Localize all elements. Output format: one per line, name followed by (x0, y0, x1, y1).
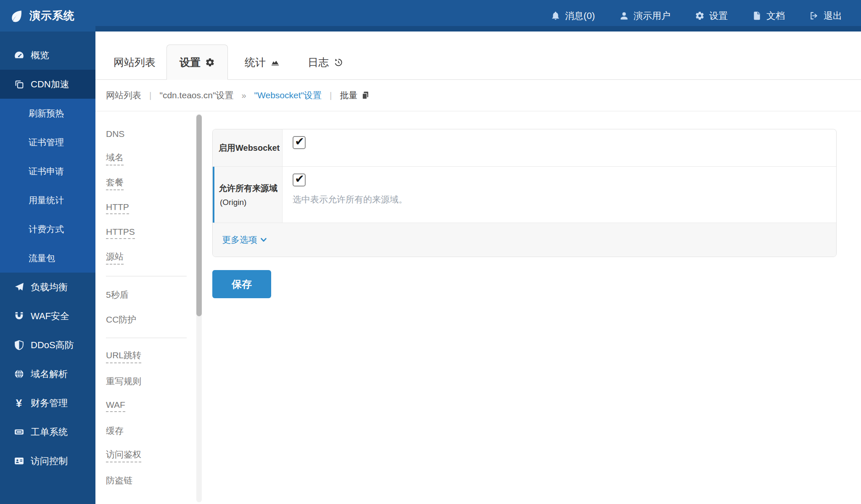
form-label-cell: 启用Websocket (213, 129, 283, 166)
settings-menu-item-http[interactable]: HTTP (106, 196, 188, 220)
gear-icon (205, 58, 215, 67)
sidebar-item-ddos[interactable]: DDoS高防 (0, 331, 95, 360)
save-button[interactable]: 保存 (212, 270, 271, 298)
sidebar-subitem-billing[interactable]: 计费方式 (0, 215, 95, 244)
form-label-cell: 允许所有来源域 (Origin) (213, 167, 283, 223)
settings-menu-item-cache[interactable]: 缓存 (106, 418, 188, 443)
sidebar-item-cdn[interactable]: CDN加速 (0, 70, 95, 99)
breadcrumb: 网站列表 | "cdn.teaos.cn"设置 » "Websocket"设置 … (95, 80, 861, 111)
user-icon (619, 11, 629, 21)
sidebar-subitem-refresh[interactable]: 刷新预热 (0, 99, 95, 128)
form-row-enable-websocket: 启用Websocket ✔ (213, 129, 836, 166)
settings-menu-item-cc[interactable]: CC防护 (106, 307, 188, 332)
sidebar-item-label: 工单系统 (31, 426, 68, 438)
allow-origins-help-text: 选中表示允许所有的来源域。 (293, 194, 836, 205)
main-content: 网站列表 设置 统计 日志 网站列表 | "cdn.teaos.cn"设置 » … (95, 32, 861, 504)
chart-area-icon (270, 58, 280, 67)
sidebar: 概览 CDN加速 刷新预热 证书管理 证书申请 用量统计 计费方式 流量包 负载… (0, 26, 95, 504)
settings-menu-item-plan[interactable]: 套餐 (106, 171, 188, 196)
topbar-messages[interactable]: 消息(0) (539, 0, 607, 32)
settings-menu-item-https[interactable]: HTTPS (106, 220, 188, 245)
sidebar-subitem-cert-apply[interactable]: 证书申请 (0, 157, 95, 186)
id-card-icon (13, 456, 25, 466)
websocket-form: 启用Websocket ✔ 允许所有来源域 (Origin) ✔ 选 (212, 129, 837, 257)
gear-icon (695, 11, 705, 21)
more-options-link[interactable]: 更多选项 (222, 234, 267, 246)
magnet-icon (13, 311, 25, 321)
globe-icon (13, 369, 25, 379)
brand[interactable]: 演示系统 (0, 8, 95, 23)
tab-statistics[interactable]: 统计 (234, 45, 291, 79)
sidebar-item-label: DDoS高防 (31, 339, 74, 352)
tab-settings[interactable]: 设置 (166, 45, 228, 80)
sign-out-icon (809, 11, 819, 21)
topbar-docs[interactable]: 文档 (740, 0, 797, 32)
check-icon: ✔ (295, 136, 304, 147)
settings-menu-item-hotlink[interactable]: 防盗链 (106, 468, 188, 493)
menu-divider (106, 276, 187, 276)
topbar-settings[interactable]: 设置 (683, 0, 740, 32)
settings-content: DNS 域名 套餐 HTTP HTTPS 源站 5秒盾 CC防护 URL跳转 重… (95, 112, 861, 504)
sidebar-subitem-traffic-pack[interactable]: 流量包 (0, 244, 95, 273)
form-value-cell: ✔ 选中表示允许所有的来源域。 (283, 167, 836, 223)
menu-scrollbar-thumb[interactable] (196, 115, 202, 316)
sidebar-item-overview[interactable]: 概览 (0, 41, 95, 70)
allow-origins-checkbox[interactable]: ✔ (293, 173, 306, 186)
bell-icon (551, 11, 560, 21)
sidebar-subitem-cert-manage[interactable]: 证书管理 (0, 128, 95, 157)
menu-scrollbar-track[interactable] (196, 114, 202, 502)
topbar-user[interactable]: 演示用户 (607, 0, 683, 32)
topbar-messages-label: 消息(0) (565, 10, 595, 22)
history-icon (333, 58, 343, 67)
tab-logs[interactable]: 日志 (297, 45, 354, 79)
settings-menu-item-origin[interactable]: 源站 (106, 245, 188, 270)
sidebar-item-access[interactable]: 访问控制 (0, 446, 95, 475)
enable-websocket-checkbox[interactable]: ✔ (293, 136, 306, 149)
sidebar-item-label: CDN加速 (31, 78, 69, 91)
breadcrumb-websocket-settings[interactable]: "Websocket"设置 (254, 89, 322, 101)
sidebar-subitem-usage[interactable]: 用量统计 (0, 186, 95, 215)
sidebar-item-finance[interactable]: ¥ 财务管理 (0, 388, 95, 417)
topbar-logout[interactable]: 退出 (797, 0, 854, 32)
settings-menu-item-5s-shield[interactable]: 5秒盾 (106, 282, 188, 307)
form-footer: 更多选项 (213, 223, 836, 257)
breadcrumb-domain-settings[interactable]: "cdn.teaos.cn"设置 (159, 89, 233, 101)
yen-icon: ¥ (13, 398, 25, 409)
settings-menu-item-domain[interactable]: 域名 (106, 146, 188, 171)
paper-plane-icon (13, 282, 25, 292)
tab-site-list[interactable]: 网站列表 (103, 45, 166, 79)
ticket-icon (13, 427, 25, 437)
topbar-logout-label: 退出 (824, 10, 842, 22)
form-value-cell: ✔ (283, 129, 836, 166)
dashboard-icon (13, 50, 25, 60)
breadcrumb-separator: | (149, 90, 151, 100)
shield-icon (13, 340, 25, 350)
breadcrumb-site-list[interactable]: 网站列表 (106, 89, 141, 101)
settings-menu-item-dns[interactable]: DNS (106, 121, 188, 146)
sidebar-item-waf[interactable]: WAF安全 (0, 302, 95, 331)
brand-label: 演示系统 (29, 8, 75, 23)
menu-divider (106, 338, 187, 338)
sidebar-item-label: 概览 (31, 49, 49, 62)
sidebar-item-load-balance[interactable]: 负载均衡 (0, 273, 95, 302)
settings-menu-item-url-redirect[interactable]: URL跳转 (106, 344, 188, 369)
sidebar-item-label: 域名解析 (31, 368, 68, 381)
settings-menu-item-auth[interactable]: 访问鉴权 (106, 443, 188, 468)
settings-menu-item-rewrite[interactable]: 重写规则 (106, 369, 188, 394)
settings-menu-item-waf[interactable]: WAF (106, 394, 188, 418)
copy-icon (361, 91, 370, 100)
breadcrumb-arrow: » (241, 91, 246, 100)
breadcrumb-batch[interactable]: 批量 (340, 89, 370, 101)
check-icon: ✔ (295, 173, 304, 184)
topbar-settings-label: 设置 (709, 10, 728, 22)
sidebar-item-tickets[interactable]: 工单系统 (0, 417, 95, 446)
leaf-icon (10, 9, 24, 23)
sidebar-item-dns[interactable]: 域名解析 (0, 360, 95, 388)
sidebar-cdn-submenu: 刷新预热 证书管理 证书申请 用量统计 计费方式 流量包 (0, 99, 95, 273)
topbar-menu: 消息(0) 演示用户 设置 文档 退出 (539, 0, 861, 32)
sidebar-item-label: 负载均衡 (31, 281, 68, 294)
sidebar-item-label: WAF安全 (31, 310, 69, 323)
tab-bar: 网站列表 设置 统计 日志 (95, 32, 861, 80)
document-icon (752, 11, 762, 21)
topbar-user-label: 演示用户 (634, 10, 671, 22)
